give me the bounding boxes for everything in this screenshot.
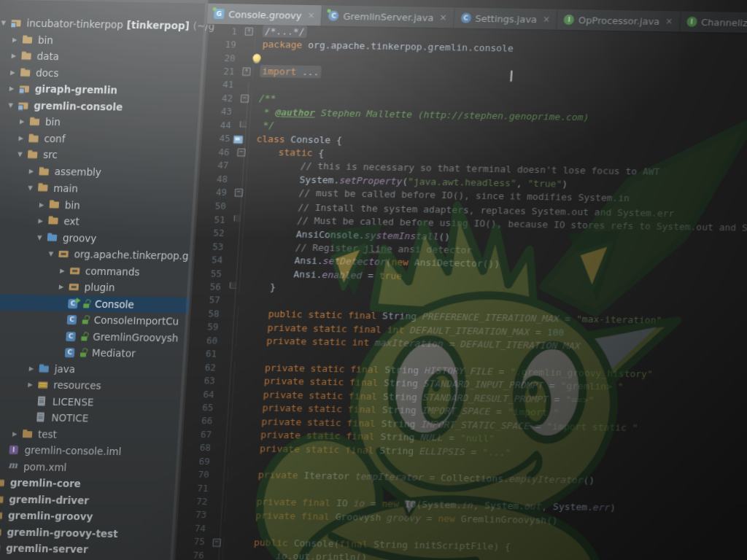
fold-plus-icon[interactable]: + [244, 25, 255, 39]
tree-closed-arrow-icon[interactable]: ▶ [10, 69, 20, 76]
class-gutter-icon[interactable] [233, 135, 244, 144]
fold-gutter [231, 226, 243, 240]
tree-closed-arrow-icon[interactable]: ▶ [9, 85, 20, 93]
tab-close-icon[interactable]: × [439, 12, 447, 23]
tree-item-label: giraph-gremlin [34, 83, 117, 96]
fold-gutter [221, 387, 233, 401]
tree-open-arrow-icon[interactable]: ▼ [48, 250, 58, 257]
line-number: 59 [187, 321, 226, 332]
line-number: 49 [196, 187, 234, 198]
tab-close-icon[interactable]: × [543, 14, 551, 24]
code-editor[interactable]: 1+/*...*/19package org.apache.tinkerpop.… [169, 24, 747, 560]
line-number: 51 [194, 214, 233, 225]
tab-gremlinserver-java[interactable]: GremlinServer.java× [322, 5, 455, 28]
tree-open-arrow-icon[interactable]: ▼ [8, 101, 18, 109]
fold-plus-icon[interactable]: + [241, 65, 253, 79]
tab-console-groovy[interactable]: Console.groovy× [206, 4, 322, 26]
module-icon [0, 477, 7, 489]
fold-end-icon[interactable] [232, 213, 244, 227]
folder-icon [20, 66, 33, 78]
fold-gutter [216, 468, 228, 482]
fold-gutter [217, 441, 229, 455]
tab-settings-java[interactable]: Settings.java× [454, 7, 558, 29]
folded-region[interactable]: /*...*/ [263, 26, 306, 37]
line-number: 47 [198, 160, 236, 171]
tab-label: Console.groovy [228, 9, 302, 21]
line-number: 41 [203, 79, 241, 90]
tree-closed-arrow-icon[interactable]: ▶ [12, 430, 23, 438]
tab-close-icon[interactable]: × [665, 16, 673, 26]
fold-minus-icon[interactable]: − [233, 186, 245, 200]
line-number: 54 [192, 254, 231, 265]
fold-gutter [226, 307, 238, 321]
fold-minus-icon[interactable]: − [239, 92, 251, 106]
tree-closed-arrow-icon[interactable]: ▶ [12, 36, 23, 43]
tree-open-arrow-icon[interactable]: ▼ [28, 184, 38, 191]
fold-gutter [217, 455, 228, 469]
tree-open-arrow-icon[interactable]: ▼ [18, 151, 28, 158]
package-icon [68, 281, 81, 292]
project-panel: Project ▼incubator-tinkerpop[tinkerpop](… [0, 0, 208, 560]
line-number: 50 [195, 200, 233, 211]
tree-item-label: conf [44, 133, 66, 144]
class-file-icon [460, 13, 471, 23]
tree-item-label: GremlinGroovysh [93, 330, 179, 343]
tree-closed-arrow-icon[interactable]: ▶ [18, 134, 28, 141]
fold-end-icon[interactable] [228, 280, 239, 294]
tab-label: Settings.java [475, 12, 538, 24]
line-number: 63 [184, 375, 222, 386]
line-number: 72 [177, 496, 215, 508]
tree-closed-arrow-icon[interactable]: ▶ [28, 365, 39, 372]
tree-item-label: ext [63, 215, 80, 227]
folded-region[interactable]: import ... [260, 66, 321, 77]
module-icon [0, 510, 5, 521]
line-number: 73 [176, 509, 214, 521]
tree-closed-arrow-icon[interactable]: ▶ [11, 52, 21, 60]
groovy-file-icon [214, 9, 225, 19]
fold-minus-icon[interactable]: − [212, 535, 223, 549]
ide-window: Project ▼incubator-tinkerpop[tinkerpop](… [0, 0, 747, 560]
srcfolder-icon [47, 231, 60, 243]
class-icon [67, 298, 80, 309]
fold-gutter [233, 199, 244, 213]
file-icon [35, 412, 48, 424]
line-number: 21 [204, 66, 242, 77]
fold-gutter [214, 495, 226, 509]
tree-closed-arrow-icon[interactable]: ▶ [20, 118, 30, 125]
tree-closed-arrow-icon[interactable]: ▶ [58, 283, 69, 290]
tree-item-gremlin-server[interactable]: ▶gremlin-server [0, 540, 174, 559]
fold-end-icon[interactable] [238, 119, 249, 133]
tab-opprocessor-java[interactable]: OpProcessor.java× [557, 9, 681, 32]
tree-item-label: incubator-tinkerpop [26, 18, 123, 31]
tree-item-label: gremlin-core [9, 477, 81, 490]
line-number: 46 [198, 146, 237, 158]
class-icon [66, 314, 79, 325]
tab-close-icon[interactable]: × [307, 10, 315, 20]
interface-file-icon [564, 15, 575, 25]
tree-open-arrow-icon[interactable]: ▼ [37, 233, 47, 241]
tree-item-label: NOTICE [51, 412, 89, 424]
folder-icon [38, 166, 51, 177]
tree-closed-arrow-icon[interactable]: ▶ [38, 217, 48, 224]
resources-icon [37, 379, 50, 391]
iml-icon [8, 444, 21, 456]
tree-closed-arrow-icon[interactable]: ▶ [28, 381, 38, 388]
tree-item-label: assembly [54, 166, 101, 178]
fold-gutter [211, 549, 222, 560]
class-file-icon [328, 11, 339, 21]
tree-item-label: Mediator [92, 347, 136, 359]
fold-gutter [236, 159, 247, 173]
line-number: 61 [186, 348, 225, 359]
tree-closed-arrow-icon[interactable]: ▶ [28, 168, 39, 175]
tree-item-label: src [43, 149, 58, 160]
line-number: 19 [205, 39, 244, 50]
tab-channelizer[interactable]: Channelizer.× [679, 12, 747, 34]
fold-gutter [213, 508, 225, 522]
tree-closed-arrow-icon[interactable]: ▶ [39, 201, 50, 208]
tree-open-arrow-icon[interactable]: ▼ [1, 19, 11, 26]
line-number: 55 [190, 267, 229, 279]
line-number: 1 [206, 25, 244, 36]
tree-closed-arrow-icon[interactable]: ▶ [60, 267, 70, 274]
fold-minus-icon[interactable]: − [236, 146, 248, 160]
line-number: 65 [182, 402, 221, 413]
